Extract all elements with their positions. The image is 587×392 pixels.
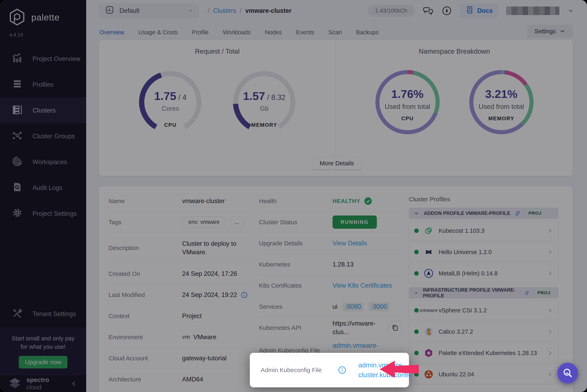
info-icon[interactable] — [338, 366, 347, 374]
magnifier-icon — [562, 368, 573, 379]
palette-app-window: palette 4.4.19 Project Overview Profiles… — [0, 0, 587, 392]
row-label: Admin Kubeconfig File — [261, 366, 334, 374]
tour-arrow-annotation — [378, 359, 419, 381]
tour-dim-overlay — [0, 0, 587, 392]
spotlight-search-fab[interactable] — [557, 363, 578, 384]
pink-arrow-icon — [378, 359, 419, 380]
